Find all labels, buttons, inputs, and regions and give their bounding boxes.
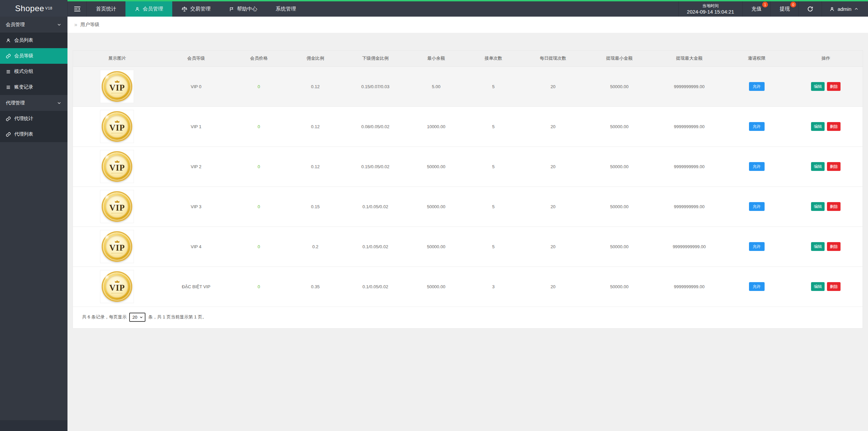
sidebar-group: 代理统计 代理列表 bbox=[0, 111, 67, 142]
sidebar-item-label: 会员等级 bbox=[14, 53, 33, 59]
edit-button[interactable]: 编辑 bbox=[811, 122, 825, 131]
sidebar-item-agent-stats[interactable]: 代理统计 bbox=[0, 111, 67, 126]
cell-image: VIP bbox=[73, 227, 161, 267]
nav-item-system-management[interactable]: 系统管理 bbox=[267, 1, 305, 17]
crown-icon bbox=[115, 120, 120, 123]
admin-username: admin bbox=[837, 6, 851, 12]
user-icon bbox=[6, 38, 11, 43]
chevron-down-icon bbox=[139, 315, 143, 319]
cell-price: 0 bbox=[231, 227, 287, 267]
column-header-daily-withdraw-count: 每日提现次数 bbox=[521, 51, 585, 66]
topbar-right: 首页统计 会员管理 交易管理 bbox=[67, 0, 868, 17]
allow-button[interactable]: 允许 bbox=[749, 202, 765, 211]
delete-button[interactable]: 删除 bbox=[827, 242, 841, 251]
delete-button[interactable]: 删除 bbox=[827, 202, 841, 211]
list-icon bbox=[6, 69, 11, 74]
breadcrumb-arrows-icon: » bbox=[74, 22, 77, 28]
cell-actions: 编辑删除 bbox=[789, 106, 863, 146]
edit-button[interactable]: 编辑 bbox=[811, 242, 825, 251]
vip-coin-image: VIP bbox=[100, 150, 134, 183]
table-row: VIP VIP 2 0 0.12 0.15/0.05/0.02 500 bbox=[73, 146, 863, 187]
allow-button[interactable]: 允许 bbox=[749, 82, 765, 91]
link-icon bbox=[6, 132, 11, 137]
sidebar-item-label: 模式分组 bbox=[14, 68, 33, 75]
refresh-icon bbox=[807, 6, 813, 12]
admin-menu[interactable]: admin bbox=[822, 1, 868, 17]
cell-withdraw-min: 50000.00 bbox=[585, 66, 654, 106]
cell-daily-withdraw-count: 20 bbox=[521, 106, 585, 146]
cell-level: VIP 1 bbox=[161, 106, 231, 146]
sidebar-item-label: 会员列表 bbox=[14, 37, 33, 43]
sidebar-item-label: 账变记录 bbox=[14, 84, 33, 90]
column-header-withdraw-min: 提现最小金额 bbox=[585, 51, 654, 66]
cell-order-count: 5 bbox=[465, 187, 521, 227]
app-logo: Shopee V18 bbox=[0, 0, 67, 17]
chevron-up-icon bbox=[854, 7, 859, 11]
table-row: VIP VIP 1 0 0.12 0.08/0.05/0.02 100 bbox=[73, 106, 863, 146]
nav-item-trade-management[interactable]: 交易管理 bbox=[172, 1, 220, 17]
sidebar-item-account-change-records[interactable]: 账变记录 bbox=[0, 79, 67, 95]
nav-item-label: 首页统计 bbox=[96, 6, 116, 12]
per-page-select[interactable]: 20 bbox=[129, 313, 145, 322]
list-icon bbox=[6, 85, 11, 90]
hamburger-icon bbox=[74, 6, 81, 12]
recharge-badge: 1 bbox=[762, 2, 768, 7]
sidebar-section-member-management[interactable]: 会员管理 bbox=[0, 17, 67, 33]
delete-button[interactable]: 删除 bbox=[827, 82, 841, 91]
cell-price: 0 bbox=[231, 106, 287, 146]
sidebar-toggle-button[interactable] bbox=[67, 1, 87, 17]
sidebar-item-mode-group[interactable]: 模式分组 bbox=[0, 64, 67, 79]
cell-min-balance: 10000.00 bbox=[407, 106, 465, 146]
edit-button[interactable]: 编辑 bbox=[811, 202, 825, 211]
cell-sub-commission: 0.1/0.05/0.02 bbox=[344, 187, 407, 227]
edit-button[interactable]: 编辑 bbox=[811, 82, 825, 91]
sidebar-item-agent-list[interactable]: 代理列表 bbox=[0, 126, 67, 142]
sidebar-section-agent-management[interactable]: 代理管理 bbox=[0, 95, 67, 111]
cell-sub-commission: 0.08/0.05/0.02 bbox=[344, 106, 407, 146]
main-area: » 用户等级 展示图片 会员等级 会员价格 佣金比例 bbox=[67, 17, 868, 431]
refresh-button[interactable] bbox=[798, 1, 822, 17]
nav-item-home-stats[interactable]: 首页统计 bbox=[87, 1, 125, 17]
coin-script-line bbox=[112, 212, 122, 213]
per-page-value: 20 bbox=[132, 315, 137, 320]
sidebar-item-member-level[interactable]: 会员等级 bbox=[0, 48, 67, 64]
cell-withdraw-max: 9999999999.00 bbox=[654, 66, 724, 106]
app-logo-text: Shopee bbox=[15, 4, 44, 13]
sidebar-section-label: 代理管理 bbox=[6, 100, 25, 106]
nav-item-label: 帮助中心 bbox=[237, 6, 257, 12]
nav-item-label: 系统管理 bbox=[276, 6, 296, 12]
delete-button[interactable]: 删除 bbox=[827, 282, 841, 291]
cell-actions: 编辑删除 bbox=[789, 146, 863, 187]
pagination-summary-suffix: 条，共 1 页当前显示第 1 页。 bbox=[148, 314, 206, 320]
coin-vip-text: VIP bbox=[109, 123, 125, 132]
cell-withdraw-min: 50000.00 bbox=[585, 187, 654, 227]
nav-item-help-center[interactable]: 帮助中心 bbox=[220, 1, 267, 17]
column-header-level: 会员等级 bbox=[161, 51, 231, 66]
sidebar-item-member-list[interactable]: 会员列表 bbox=[0, 33, 67, 48]
withdraw-button[interactable]: 提现 0 bbox=[770, 1, 798, 17]
delete-button[interactable]: 删除 bbox=[827, 122, 841, 131]
vip-coin-image: VIP bbox=[100, 270, 134, 303]
allow-button[interactable]: 允许 bbox=[749, 242, 765, 251]
page-title: 用户等级 bbox=[80, 22, 99, 28]
cell-min-balance: 50000.00 bbox=[407, 227, 465, 267]
column-header-commission: 佣金比例 bbox=[287, 51, 344, 66]
delete-button[interactable]: 删除 bbox=[827, 162, 841, 171]
column-header-min-balance: 最小余额 bbox=[407, 51, 465, 66]
cell-invite-permission: 允许 bbox=[724, 267, 789, 307]
crown-icon bbox=[115, 200, 120, 203]
allow-button[interactable]: 允许 bbox=[749, 162, 765, 171]
nav-item-member-management[interactable]: 会员管理 bbox=[125, 1, 172, 17]
edit-button[interactable]: 编辑 bbox=[811, 162, 825, 171]
column-header-order-count: 接单次数 bbox=[465, 51, 521, 66]
recharge-label: 充值 bbox=[751, 6, 762, 12]
cell-daily-withdraw-count: 20 bbox=[521, 146, 585, 187]
recharge-button[interactable]: 充值 1 bbox=[742, 1, 770, 17]
allow-button[interactable]: 允许 bbox=[749, 122, 765, 131]
coin-script-line bbox=[112, 92, 122, 93]
nav-item-label: 交易管理 bbox=[190, 6, 211, 12]
edit-button[interactable]: 编辑 bbox=[811, 282, 825, 291]
allow-button[interactable]: 允许 bbox=[749, 282, 765, 291]
coin-vip-text: VIP bbox=[109, 203, 125, 212]
table-row: VIP VIP 3 0 0.15 0.1/0.05/0.02 5000 bbox=[73, 187, 863, 227]
